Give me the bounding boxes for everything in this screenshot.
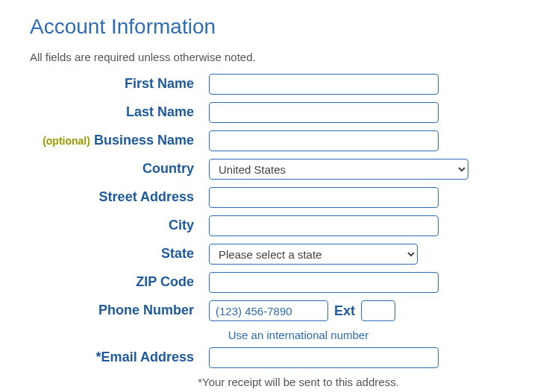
street-address-input[interactable] bbox=[209, 187, 439, 208]
country-label: Country bbox=[30, 161, 209, 177]
ext-label: Ext bbox=[334, 303, 355, 319]
zip-label: ZIP Code bbox=[30, 274, 209, 291]
email-label: *Email Address bbox=[30, 350, 209, 366]
email-input[interactable] bbox=[209, 347, 439, 368]
state-label: State bbox=[30, 246, 209, 262]
city-input[interactable] bbox=[209, 215, 439, 236]
phone-input[interactable] bbox=[209, 300, 328, 321]
required-note: All fields are required unless otherwise… bbox=[30, 51, 522, 63]
ext-input[interactable] bbox=[361, 300, 395, 321]
zip-input[interactable] bbox=[209, 272, 439, 293]
country-select[interactable]: United States bbox=[209, 159, 468, 180]
last-name-input[interactable] bbox=[209, 102, 439, 123]
business-name-input[interactable] bbox=[209, 130, 439, 151]
page-title: Account Information bbox=[30, 15, 522, 39]
first-name-label: First Name bbox=[30, 76, 209, 92]
business-name-label: (optional) Business Name bbox=[30, 133, 209, 149]
last-name-label: Last Name bbox=[30, 104, 209, 121]
intl-number-link[interactable]: Use an international number bbox=[30, 329, 522, 341]
state-select[interactable]: Please select a state bbox=[209, 244, 418, 265]
optional-prefix: (optional) bbox=[43, 135, 90, 147]
city-label: City bbox=[30, 218, 209, 234]
receipt-note: *Your receipt will be sent to this addre… bbox=[30, 376, 522, 388]
phone-label: Phone Number bbox=[30, 303, 209, 319]
first-name-input[interactable] bbox=[209, 74, 439, 95]
street-address-label: Street Address bbox=[30, 189, 209, 206]
